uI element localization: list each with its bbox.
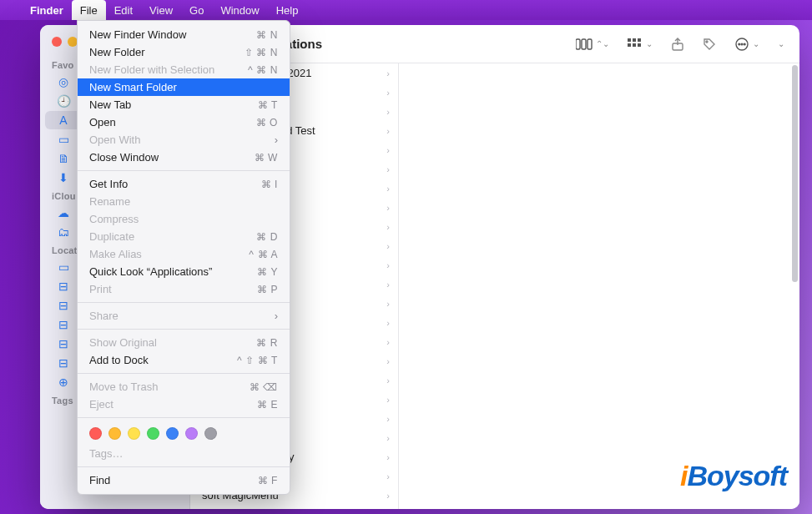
scrollbar[interactable] [792,65,798,282]
menu-item-label: Compress [89,213,139,225]
menu-shortcut: ⌘ O [256,117,278,128]
menu-shortcut: ^ ⇧ ⌘ T [237,355,278,366]
chevron-right-icon: › [386,280,390,290]
menu-shortcut: ⇧ ⌘ N [245,47,278,58]
menu-item-label: Duplicate [89,230,134,243]
view-columns-button[interactable]: ⌃⌄ [572,38,613,50]
share-button[interactable] [668,38,688,51]
action-menu-button[interactable]: ⌄ [731,37,763,52]
menu-item[interactable]: Find⌘ F [78,471,290,489]
svg-rect-1 [582,39,586,49]
menu-item-label: Move to Trash [89,380,158,393]
tag-color-dot[interactable] [204,427,217,440]
menu-item[interactable]: New Folder⇧ ⌘ N [78,43,290,61]
chevron-right-icon: › [386,395,390,405]
sidebar-item-icon: 🕘 [57,94,70,108]
chevron-right-icon: › [386,356,390,366]
svg-rect-2 [588,39,592,49]
menubar-item-help[interactable]: Help [268,0,307,20]
watermark-logo: iBoysoft [680,460,787,492]
tag-color-dot[interactable] [128,427,140,440]
menu-shortcut: ⌘ D [256,231,278,243]
menu-shortcut: ⌘ Y [257,266,278,278]
menu-separator [78,170,290,171]
chevron-right-icon: › [386,452,390,462]
chevron-right-icon: › [386,433,390,443]
window-close-button[interactable] [52,37,62,47]
chevron-right-icon: › [386,222,390,232]
menu-item-label: Show Original [89,336,157,349]
menu-item[interactable]: New Finder Window⌘ N [78,26,290,43]
group-by-button[interactable]: ⌄ [624,38,656,50]
menu-item-label: Find [89,474,110,486]
tag-color-dot[interactable] [89,427,102,440]
menu-item: Open With› [78,131,290,149]
tags-button[interactable] [699,38,719,51]
chevron-right-icon: › [386,318,390,328]
tag-color-dot[interactable] [185,427,198,440]
menu-item-label: New Smart Folder [89,81,177,93]
file-menu-dropdown: New Finder Window⌘ NNew Folder⇧ ⌘ NNew F… [77,20,290,495]
svg-point-10 [706,41,708,43]
chevron-right-icon: › [386,260,390,270]
menu-shortcut: ⌘ W [255,152,278,164]
svg-point-14 [744,43,745,45]
column-row[interactable]: soft NTFS for Mac› [190,505,398,509]
menu-item: Rename [78,193,290,210]
menu-shortcut: ⌘ ⌫ [250,381,278,393]
svg-rect-6 [628,43,631,47]
menu-item: Duplicate⌘ D [78,228,290,245]
sidebar-item-icon: ⊕ [57,375,70,389]
menu-item-label: Quick Look “Applications” [89,265,212,278]
menu-item[interactable]: Open⌘ O [78,113,290,131]
menu-item[interactable]: Get Info⌘ I [78,175,290,193]
tag-color-dot[interactable] [108,427,121,440]
menu-item-label: New Finder Window [89,28,186,41]
sidebar-item-icon: ⊟ [57,318,70,331]
menu-item[interactable]: Quick Look “Applications”⌘ Y [78,263,290,280]
menu-shortcut: ⌘ R [256,337,278,349]
menu-item-label: Eject [89,398,113,411]
svg-rect-0 [576,39,580,49]
tag-color-dot[interactable] [147,427,159,440]
svg-rect-7 [633,43,636,47]
finder-column-2 [399,63,799,509]
chevron-right-icon: › [386,241,390,251]
menu-item[interactable]: Close Window⌘ W [78,149,290,166]
menu-item: Tags… [78,445,290,462]
chevron-right-icon: › [386,337,390,347]
chevron-right-icon: › [386,68,390,78]
menu-shortcut: ^ ⌘ A [249,249,278,260]
menu-item[interactable]: Add to Dock^ ⇧ ⌘ T [78,351,290,369]
menu-shortcut: ⌘ T [258,99,278,111]
sidebar-item-icon: ⬇ [57,171,70,184]
menu-item[interactable]: New Tab⌘ T [78,96,290,113]
menu-shortcut: ⌘ E [257,399,278,411]
menubar-item-edit[interactable]: Edit [106,0,141,20]
menubar-item-go[interactable]: Go [181,0,212,20]
toolbar-overflow-button[interactable]: ⌄ [774,39,788,48]
menubar-item-view[interactable]: View [141,0,181,20]
svg-rect-3 [628,38,631,42]
menubar-item-file[interactable]: File [72,0,106,20]
menu-item: Eject⌘ E [78,396,290,413]
menubar-appname[interactable]: Finder [22,0,72,20]
menubar-item-window[interactable]: Window [212,0,267,20]
chevron-right-icon: › [386,184,390,194]
menu-shortcut: ⌘ P [257,284,278,295]
menu-item-label: Share [89,310,119,322]
menu-separator [78,466,290,467]
chevron-right-icon: › [386,126,390,136]
sidebar-item-icon: ☁ [57,206,70,219]
tag-color-dot[interactable] [166,427,179,440]
menu-item-label: Make Alias [89,248,142,260]
menu-shortcut: ⌘ F [258,475,278,486]
chevron-right-icon: › [386,491,390,501]
menu-item[interactable]: New Smart Folder [78,78,290,96]
menu-item-label: Tags… [89,447,123,460]
menu-item: Compress [78,210,290,228]
column-row-label: soft NTFS for Mac [202,508,290,509]
chevron-right-icon: › [386,471,390,481]
menu-tags-row[interactable] [78,422,290,445]
menu-item-label: New Folder with Selection [89,63,214,76]
